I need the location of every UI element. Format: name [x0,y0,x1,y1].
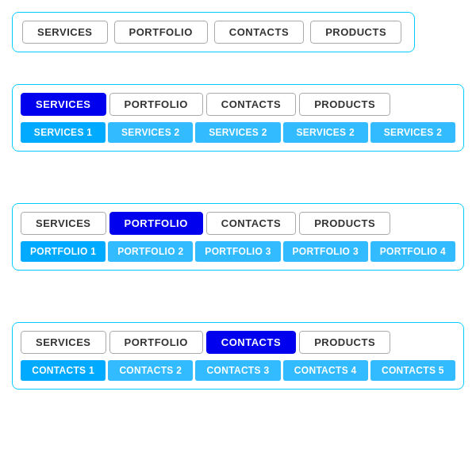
submenu-item-3-2[interactable]: PORTFOLIO 3 [195,241,280,262]
submenu-item-2-2[interactable]: SERVICES 2 [195,122,280,143]
tab-portfolio-3[interactable]: PORTFOLIO [109,212,203,235]
submenu-item-4-0[interactable]: CONTACTS 1 [21,360,106,381]
submenu-item-3-0[interactable]: PORTFOLIO 1 [21,241,106,262]
submenu-3: PORTFOLIO 1 PORTFOLIO 2 PORTFOLIO 3 PORT… [21,241,455,262]
nav-container-4: SERVICES PORTFOLIO CONTACTS PRODUCTS CON… [12,322,464,390]
tab-products-2[interactable]: PRODUCTS [299,93,390,116]
submenu-item-3-1[interactable]: PORTFOLIO 2 [108,241,193,262]
submenu-item-3-3[interactable]: PORTFOLIO 3 [283,241,368,262]
nav-tabs-3: SERVICES PORTFOLIO CONTACTS PRODUCTS [21,212,455,235]
submenu-item-4-3[interactable]: CONTACTS 4 [283,360,368,381]
tab-services-3[interactable]: SERVICES [21,212,106,235]
nav-group-3: SERVICES PORTFOLIO CONTACTS PRODUCTS POR… [12,203,464,294]
tab-portfolio-1[interactable]: PORTFOLIO [114,21,208,44]
tab-portfolio-2[interactable]: PORTFOLIO [109,93,203,116]
tab-contacts-3[interactable]: CONTACTS [206,212,296,235]
nav-tabs-4: SERVICES PORTFOLIO CONTACTS PRODUCTS [21,331,455,354]
tab-contacts-1[interactable]: CONTACTS [214,21,304,44]
tab-services-1[interactable]: SERVICES [22,21,108,44]
nav-group-2: SERVICES PORTFOLIO CONTACTS PRODUCTS SER… [12,84,464,175]
tab-contacts-4[interactable]: CONTACTS [206,331,296,354]
submenu-item-2-0[interactable]: SERVICES 1 [21,122,106,143]
submenu-item-2-4[interactable]: SERVICES 2 [370,122,455,143]
nav-container-2: SERVICES PORTFOLIO CONTACTS PRODUCTS SER… [12,84,464,152]
tab-portfolio-4[interactable]: PORTFOLIO [109,331,203,354]
tab-services-2[interactable]: SERVICES [21,93,106,116]
nav-group-1: SERVICES PORTFOLIO CONTACTS PRODUCTS [12,12,415,52]
tab-products-4[interactable]: PRODUCTS [299,331,390,354]
submenu-item-4-2[interactable]: CONTACTS 3 [195,360,280,381]
submenu-item-4-1[interactable]: CONTACTS 2 [108,360,193,381]
tab-products-1[interactable]: PRODUCTS [310,21,401,44]
nav-group-4: SERVICES PORTFOLIO CONTACTS PRODUCTS CON… [12,322,464,413]
submenu-4: CONTACTS 1 CONTACTS 2 CONTACTS 3 CONTACT… [21,360,455,381]
submenu-2: SERVICES 1 SERVICES 2 SERVICES 2 SERVICE… [21,122,455,143]
submenu-item-2-3[interactable]: SERVICES 2 [283,122,368,143]
submenu-item-4-4[interactable]: CONTACTS 5 [370,360,455,381]
nav-tabs-2: SERVICES PORTFOLIO CONTACTS PRODUCTS [21,93,455,116]
tab-services-4[interactable]: SERVICES [21,331,106,354]
tab-contacts-2[interactable]: CONTACTS [206,93,296,116]
submenu-item-2-1[interactable]: SERVICES 2 [108,122,193,143]
submenu-item-3-4[interactable]: PORTFOLIO 4 [370,241,455,262]
nav-container-3: SERVICES PORTFOLIO CONTACTS PRODUCTS POR… [12,203,464,271]
tab-products-3[interactable]: PRODUCTS [299,212,390,235]
